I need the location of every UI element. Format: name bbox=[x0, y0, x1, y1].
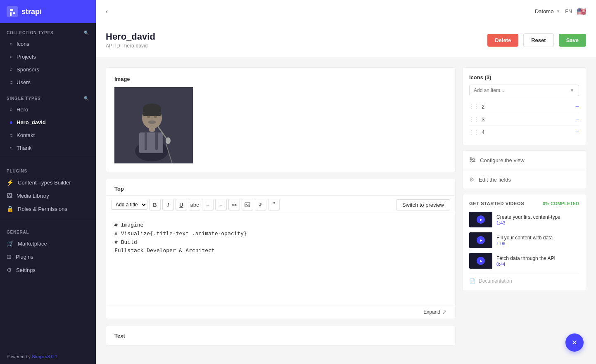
strapi-version-link[interactable]: Strapi v3.0.1 bbox=[32, 354, 57, 359]
strikethrough-button[interactable]: abc bbox=[189, 199, 200, 210]
main-content: ‹ Datomo ▼ EN 🇺🇸 Hero_david API ID : her… bbox=[96, 0, 596, 364]
active-dot-icon bbox=[10, 121, 12, 124]
expand-button[interactable]: Expand ⤢ bbox=[106, 305, 455, 319]
api-id: API ID : hero-david bbox=[106, 43, 482, 49]
fab-button[interactable]: × bbox=[565, 333, 584, 352]
sidebar-item-thank[interactable]: Thank bbox=[0, 142, 96, 154]
icons-card-title: Icons (3) bbox=[469, 74, 579, 80]
quote-button[interactable]: " bbox=[268, 199, 280, 210]
dot-icon bbox=[10, 109, 12, 111]
icon-row-1: ⋮⋮ 2 − bbox=[469, 100, 579, 113]
link-toolbar-icon bbox=[258, 202, 264, 208]
image-button[interactable] bbox=[242, 199, 253, 210]
icon-label: 3 bbox=[482, 116, 575, 123]
hero-image[interactable] bbox=[114, 87, 193, 163]
delete-button[interactable]: Delete bbox=[487, 34, 518, 47]
fab-icon: × bbox=[572, 337, 577, 348]
image-icon: 🖼 bbox=[7, 192, 12, 199]
video-duration-2: 1:06 bbox=[496, 241, 579, 246]
sidebar-item-hero-david[interactable]: Hero_david bbox=[0, 116, 96, 129]
video-name-3: Fetch data through the API bbox=[496, 255, 579, 261]
videos-title: GET STARTED VIDEOS bbox=[469, 201, 524, 206]
sidebar-item-icons[interactable]: Icons bbox=[0, 38, 96, 50]
video-item-1[interactable]: ▶ Create your first content-type 1:43 bbox=[469, 212, 579, 227]
shield-icon: 🔒 bbox=[7, 206, 14, 212]
sidebar-item-settings[interactable]: ⚙ Settings bbox=[0, 263, 96, 277]
main-panel: Image bbox=[106, 67, 456, 346]
video-duration-1: 1:43 bbox=[496, 220, 579, 225]
heading-select[interactable]: Add a title bbox=[111, 200, 147, 210]
single-types-search-icon[interactable]: 🔍 bbox=[84, 96, 89, 101]
videos-progress: 0% COMPLETED bbox=[543, 201, 579, 206]
ul-button[interactable]: ≡ bbox=[202, 199, 214, 210]
video-play-icon-3: ▶ bbox=[477, 257, 485, 265]
bold-button[interactable]: B bbox=[149, 199, 161, 210]
editor-toolbar: Add a title B I U abc ≡ ≡ <> bbox=[106, 195, 455, 214]
sidebar-item-projects[interactable]: Projects bbox=[0, 50, 96, 63]
code-button[interactable]: <> bbox=[228, 199, 240, 210]
sidebar-item-marketplace[interactable]: 🛒 Marketplace bbox=[0, 237, 96, 250]
video-item-2[interactable]: ▶ Fill your content with data 1:06 bbox=[469, 232, 579, 248]
editor-line-1: # Imagine bbox=[114, 221, 447, 229]
configure-view-item[interactable]: Configure the view bbox=[463, 151, 586, 170]
add-item-input[interactable] bbox=[474, 87, 568, 93]
icon-remove-button-1[interactable]: − bbox=[575, 103, 579, 110]
back-button[interactable]: ‹ bbox=[106, 8, 108, 15]
sidebar-item-media-library[interactable]: 🖼 Media Library bbox=[0, 189, 96, 202]
dot-icon bbox=[10, 69, 12, 71]
italic-button[interactable]: I bbox=[162, 199, 174, 210]
language-selector[interactable]: EN bbox=[565, 9, 572, 14]
collection-types-search-icon[interactable]: 🔍 bbox=[84, 31, 89, 35]
editor-card: Top Add a title B I U abc ≡ ≡ <> bbox=[106, 179, 456, 319]
image-toolbar-icon bbox=[245, 202, 250, 208]
sidebar-item-content-types-builder[interactable]: ⚡ Content-Types Builder bbox=[0, 176, 96, 189]
chevron-down-icon: ▼ bbox=[570, 87, 575, 93]
sidebar-divider-2 bbox=[0, 219, 96, 219]
svg-point-10 bbox=[147, 116, 150, 118]
icon-label: 4 bbox=[482, 129, 575, 135]
svg-point-14 bbox=[166, 137, 171, 144]
icon-row-2: ⋮⋮ 3 − bbox=[469, 113, 579, 126]
video-duration-3: 0:44 bbox=[496, 262, 579, 267]
underline-button[interactable]: U bbox=[176, 199, 187, 210]
text-section-title: Text bbox=[114, 333, 447, 339]
grid-icon: ⊞ bbox=[7, 253, 12, 260]
video-item-3[interactable]: ▶ Fetch data through the API 0:44 bbox=[469, 253, 579, 269]
user-menu[interactable]: Datomo ▼ bbox=[535, 8, 560, 14]
icon-row-3: ⋮⋮ 4 − bbox=[469, 126, 579, 138]
svg-rect-9 bbox=[143, 109, 161, 116]
svg-rect-0 bbox=[7, 6, 18, 17]
edit-fields-item[interactable]: ⚙ Edit the fields bbox=[463, 170, 586, 189]
text-section: Text bbox=[106, 326, 456, 346]
configure-icon bbox=[469, 156, 476, 164]
link-button[interactable] bbox=[255, 199, 266, 210]
drag-handle-icon[interactable]: ⋮⋮ bbox=[469, 116, 479, 122]
sidebar-item-kontakt[interactable]: Kontakt bbox=[0, 129, 96, 142]
videos-card: GET STARTED VIDEOS 0% COMPLETED ▶ Create… bbox=[462, 194, 586, 291]
icon-remove-button-3[interactable]: − bbox=[575, 128, 579, 136]
content-grid: Image bbox=[96, 57, 596, 364]
gear-config-icon: ⚙ bbox=[469, 176, 475, 183]
editor-content[interactable]: # Imagine # Visualize{.title-text .anima… bbox=[106, 214, 455, 305]
sidebar-item-roles-permissions[interactable]: 🔒 Roles & Permissions bbox=[0, 202, 96, 215]
ol-button[interactable]: ≡ bbox=[215, 199, 227, 210]
sidebar-item-plugins[interactable]: ⊞ Plugins bbox=[0, 250, 96, 263]
reset-button[interactable]: Reset bbox=[523, 33, 553, 47]
sidebar-logo[interactable]: strapi bbox=[0, 0, 96, 23]
icon-remove-button-2[interactable]: − bbox=[575, 116, 579, 123]
save-button[interactable]: Save bbox=[559, 34, 586, 47]
basket-icon: 🛒 bbox=[7, 240, 14, 247]
plugins-header: PLUGINS bbox=[0, 161, 96, 176]
add-item-input-wrapper[interactable]: ▼ bbox=[469, 85, 579, 96]
sidebar-item-hero[interactable]: Hero bbox=[0, 103, 96, 116]
sidebar: strapi COLLECTION TYPES 🔍 Icons Projects… bbox=[0, 0, 96, 364]
svg-rect-3 bbox=[139, 132, 163, 153]
drag-handle-icon[interactable]: ⋮⋮ bbox=[469, 104, 479, 109]
video-info-3: Fetch data through the API 0:44 bbox=[496, 255, 579, 267]
page-header-info: Hero_david API ID : hero-david bbox=[106, 31, 482, 49]
docs-link[interactable]: 📄 Documentation bbox=[469, 274, 579, 284]
drag-handle-icon[interactable]: ⋮⋮ bbox=[469, 129, 479, 135]
preview-button[interactable]: Switch to preview bbox=[396, 199, 450, 210]
sidebar-item-sponsors[interactable]: Sponsors bbox=[0, 63, 96, 76]
sidebar-item-users[interactable]: Users bbox=[0, 76, 96, 89]
